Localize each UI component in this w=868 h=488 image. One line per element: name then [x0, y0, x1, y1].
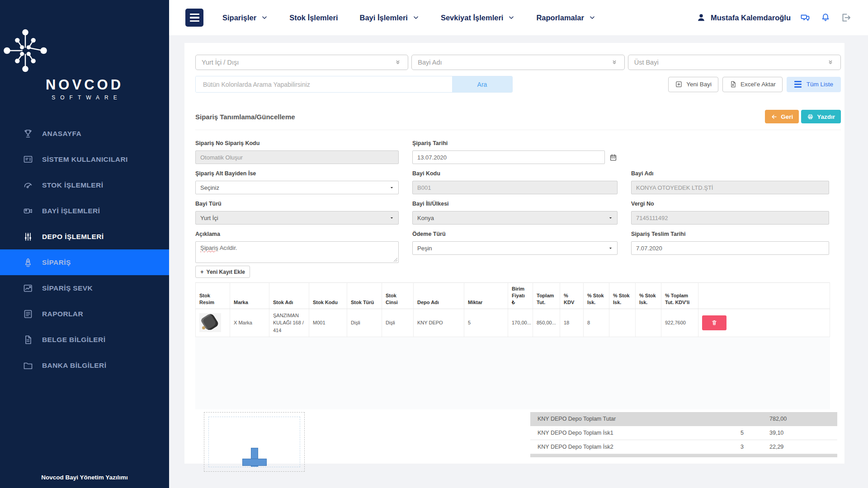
total-row-isk2: KNY DEPO Depo Toplam İsk2 3 22,29 — [530, 440, 837, 454]
sidebar-item-belge-bilgileri[interactable]: BELGE BİLGİLERİ — [0, 327, 169, 352]
gauge-icon — [23, 180, 33, 191]
total-amount: 39,10 — [769, 430, 837, 436]
excel-file-icon — [729, 80, 737, 88]
cell-actions — [698, 309, 830, 337]
chevron-down-icon — [413, 14, 419, 21]
brand-logo: NOVCOD SOFTWARE — [0, 0, 169, 101]
sidebar-item-siparis[interactable]: SİPARİŞ — [0, 249, 169, 275]
parent-dealer-filter-select[interactable]: Üst Bayi — [628, 55, 841, 70]
filter-row: Yurt İçi / Dışı Bayi Adı Üst Bayi — [195, 55, 841, 70]
navbar-menu: Siparişler Stok İşlemleri Bayi İşlemleri… — [222, 14, 595, 22]
cell-toplam-kdvli: 922,7600 — [661, 309, 698, 337]
col-header: Depo Adı — [414, 283, 464, 309]
delivery-date-input[interactable] — [631, 241, 829, 255]
sidebar-item-anasayfa[interactable]: ANASAYFA — [0, 121, 169, 146]
delete-row-button[interactable] — [702, 315, 726, 330]
print-button[interactable]: Yazdır — [801, 110, 841, 123]
col-header: Toplam Tut. — [533, 283, 560, 309]
cell-stok-resim — [196, 309, 230, 337]
sidebar-item-depo-islemleri[interactable]: DEPO İŞLEMLERİ — [0, 224, 169, 249]
sidebar-item-bayi-islemleri[interactable]: BAYİ İŞLEMLERİ — [0, 198, 169, 224]
cell-stok-isk1: 8 — [584, 309, 609, 337]
user-name: Mustafa Kalemdaroğlu — [711, 14, 791, 22]
page-title: Sipariş Tanımlama/Güncelleme — [195, 113, 295, 121]
field-label: Sipariş No Sipariş Kodu — [195, 140, 399, 146]
nav-item-bayi-islemleri[interactable]: Bayi İşlemleri — [360, 14, 419, 22]
country-filter-select[interactable]: Yurt İçi / Dışı — [195, 55, 408, 70]
add-image-icon — [242, 448, 267, 467]
sub-dealer-select[interactable]: Seçiniz — [195, 181, 399, 194]
total-amount: 22,29 — [769, 444, 837, 450]
sidebar-item-banka-bilgileri[interactable]: BANKA BİLGİLERİ — [0, 352, 169, 378]
trophy-icon — [23, 128, 33, 139]
sidebar-item-label: SİSTEM KULLANICILARI — [42, 155, 128, 164]
nav-item-stok-islemleri[interactable]: Stok İşlemleri — [289, 14, 338, 22]
cell-stok-cinsi: Dişli — [382, 309, 414, 337]
add-record-button[interactable]: + Yeni Kayıt Ekle — [195, 266, 250, 278]
cell-miktar: 5 — [464, 309, 508, 337]
logout-button[interactable] — [840, 12, 852, 23]
field-description: Açıklama Şipariş Acıldir. — [195, 231, 399, 263]
cell-toplam-tut: 850,00... — [533, 309, 560, 337]
dealer-city-select[interactable]: Konya — [412, 211, 618, 225]
export-excel-button[interactable]: Excel'e Aktar — [722, 77, 783, 92]
sign-out-icon — [840, 12, 851, 23]
image-dropzone[interactable] — [204, 412, 305, 472]
sidebar-item-raporlar[interactable]: RAPORLAR — [0, 301, 169, 327]
user-menu[interactable]: Mustafa Kalemdaroğlu — [696, 13, 791, 23]
double-chevron-icon — [610, 58, 618, 66]
select-value: Konya — [417, 215, 434, 221]
cell-birim-fiyati: 170,00... — [508, 309, 533, 337]
button-label: Excel'e Aktar — [741, 81, 776, 88]
col-header: Stok Türü — [347, 283, 382, 309]
search-row: Ara Yeni Bayi Excel'e Aktar Tüm Liste — [195, 76, 841, 93]
nav-item-sevkiyat-islemleri[interactable]: Sevkiyat İşlemleri — [441, 14, 515, 22]
field-sub-dealer: Şipariş Alt Bayiden İse Seçiniz — [195, 170, 399, 194]
payment-type-select[interactable]: Peşin — [412, 241, 618, 255]
description-textarea[interactable]: Şipariş Acıldir. — [195, 241, 399, 263]
sidebar-item-label: ANASAYFA — [42, 130, 81, 138]
chevron-down-icon — [508, 14, 514, 21]
caret-down-icon — [609, 246, 613, 250]
notifications-button[interactable] — [820, 12, 831, 23]
field-label: Ödeme Türü — [412, 231, 618, 237]
total-label: KNY DEPO Depo Toplam İsk2 — [530, 444, 741, 450]
hamburger-menu-button[interactable] — [185, 9, 203, 27]
field-label: Bayi Kodu — [412, 170, 618, 177]
nav-item-label: Sevkiyat İşlemleri — [441, 14, 504, 22]
sliders-icon — [23, 231, 33, 242]
button-label: Tüm Liste — [807, 81, 833, 88]
dealer-type-select[interactable]: Yurt İçi — [195, 211, 399, 225]
messages-button[interactable] — [799, 12, 811, 23]
folder-icon — [23, 360, 33, 371]
sidebar-item-siparis-sevk[interactable]: SİPARİŞ SEVK — [0, 275, 169, 301]
video-camera-icon — [23, 206, 33, 216]
search-button[interactable]: Ara — [452, 76, 512, 92]
order-date-input[interactable] — [412, 150, 605, 164]
col-header: Stok Cinsi — [382, 283, 414, 309]
col-header: Miktar — [464, 283, 508, 309]
col-header: % Stok Isk. — [584, 283, 609, 309]
search-input[interactable] — [196, 76, 452, 92]
sidebar: NOVCOD SOFTWARE ANASAYFA SİSTEM KULLANIC… — [0, 0, 169, 488]
sidebar-menu: ANASAYFA SİSTEM KULLANICILARI STOK İŞLEM… — [0, 121, 169, 378]
total-qty: 5 — [741, 430, 769, 436]
sidebar-item-sistem-kullanicilari[interactable]: SİSTEM KULLANICILARI — [0, 146, 169, 172]
back-button[interactable]: Geri — [765, 110, 799, 123]
full-list-button[interactable]: Tüm Liste — [787, 77, 841, 92]
calendar-icon[interactable] — [609, 153, 618, 162]
nav-item-raporlamalar[interactable]: Raporlamalar — [536, 14, 595, 22]
sidebar-item-label: STOK İŞLEMLERİ — [42, 181, 103, 189]
dealer-filter-select[interactable]: Bayi Adı — [411, 55, 624, 70]
nav-item-label: Raporlamalar — [536, 14, 584, 22]
nav-item-siparisler[interactable]: Siparişler — [222, 14, 268, 22]
sidebar-item-stok-islemleri[interactable]: STOK İŞLEMLERİ — [0, 172, 169, 198]
total-row-tutar: KNY DEPO Depo Toplam Tutar 782,00 — [530, 412, 837, 426]
new-dealer-button[interactable]: Yeni Bayi — [668, 77, 718, 92]
dealer-code-input — [412, 181, 618, 194]
field-label: Sipariş Teslim Tarihi — [631, 231, 829, 237]
col-header: Stok Resim — [196, 283, 230, 309]
field-payment-type: Ödeme Türü Peşin — [412, 231, 618, 255]
button-label: Geri — [781, 113, 793, 120]
rocket-icon — [23, 257, 33, 268]
